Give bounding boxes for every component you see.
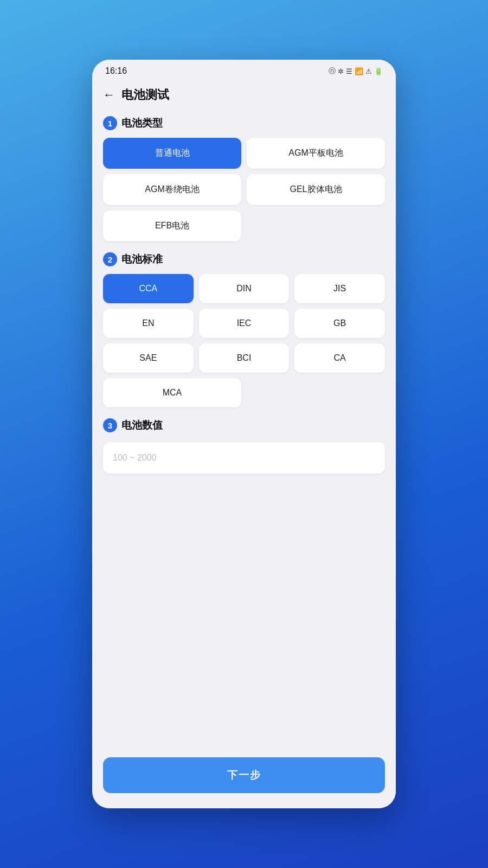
section-2-number: 2 xyxy=(103,252,117,266)
battery-icon: 🔋 xyxy=(374,67,383,75)
battery-type-gel[interactable]: GEL胶体电池 xyxy=(247,174,385,205)
section-3-title: 电池数值 xyxy=(121,418,163,432)
battery-type-agm-wound[interactable]: AGM卷绕电池 xyxy=(103,174,241,205)
standard-row-1: CCA DIN JIS xyxy=(103,274,385,303)
nfc-icon: ⓝ xyxy=(329,66,336,76)
status-time: 16:16 xyxy=(105,66,127,76)
footer: 下一步 xyxy=(92,749,396,808)
section-battery-standard: 2 电池标准 CCA DIN JIS EN IEC GB SAE BCI CA xyxy=(103,252,385,407)
standard-iec[interactable]: IEC xyxy=(199,309,290,338)
standard-sae[interactable]: SAE xyxy=(103,343,194,373)
battery-type-row-2: AGM卷绕电池 GEL胶体电池 xyxy=(103,174,385,205)
standard-ca[interactable]: CA xyxy=(294,343,385,373)
standard-row-2: EN IEC GB xyxy=(103,309,385,338)
standard-bci[interactable]: BCI xyxy=(199,343,290,373)
standard-din[interactable]: DIN xyxy=(199,274,290,303)
wifi-icon: 📶 xyxy=(355,67,363,75)
back-button[interactable]: ← xyxy=(103,89,115,101)
standard-gb[interactable]: GB xyxy=(294,309,385,338)
header: ← 电池测试 xyxy=(92,80,396,112)
section-3-header: 3 电池数值 xyxy=(103,418,385,432)
standard-mca[interactable]: MCA xyxy=(103,378,241,407)
section-1-title: 电池类型 xyxy=(121,116,163,130)
section-battery-value: 3 电池数值 xyxy=(103,418,385,474)
battery-type-efb[interactable]: EFB电池 xyxy=(103,210,241,241)
section-1-header: 1 电池类型 xyxy=(103,116,385,130)
battery-type-row-1: 普通电池 AGM平板电池 xyxy=(103,138,385,169)
battery-type-agm-flat[interactable]: AGM平板电池 xyxy=(247,138,385,169)
section-2-header: 2 电池标准 xyxy=(103,252,385,266)
battery-type-normal[interactable]: 普通电池 xyxy=(103,138,241,169)
main-content: 1 电池类型 普通电池 AGM平板电池 AGM卷绕电池 GEL胶体电池 EFB电… xyxy=(92,112,396,749)
page-title: 电池测试 xyxy=(121,87,169,103)
section-2-title: 电池标准 xyxy=(121,252,163,266)
status-bar: 16:16 ⓝ ✲ ☰ 📶 ⚠ 🔋 xyxy=(92,60,396,80)
battery-type-row-3: EFB电池 xyxy=(103,210,385,241)
battery-value-input[interactable] xyxy=(103,442,385,474)
alert-icon: ⚠ xyxy=(365,67,372,75)
section-3-number: 3 xyxy=(103,418,117,432)
spacer xyxy=(103,484,385,560)
standard-row-3: SAE BCI CA xyxy=(103,343,385,373)
standard-cca[interactable]: CCA xyxy=(103,274,194,303)
vibrate-icon: ☰ xyxy=(346,67,352,75)
section-1-number: 1 xyxy=(103,116,117,130)
section-battery-type: 1 电池类型 普通电池 AGM平板电池 AGM卷绕电池 GEL胶体电池 EFB电… xyxy=(103,116,385,241)
phone-frame: 16:16 ⓝ ✲ ☰ 📶 ⚠ 🔋 ← 电池测试 1 电池类型 普通电池 AGM… xyxy=(92,60,396,808)
standard-row-4: MCA xyxy=(103,378,385,407)
standard-jis[interactable]: JIS xyxy=(294,274,385,303)
standard-en[interactable]: EN xyxy=(103,309,194,338)
status-icons: ⓝ ✲ ☰ 📶 ⚠ 🔋 xyxy=(329,66,383,76)
bluetooth-icon: ✲ xyxy=(338,67,344,75)
next-button[interactable]: 下一步 xyxy=(103,757,385,793)
